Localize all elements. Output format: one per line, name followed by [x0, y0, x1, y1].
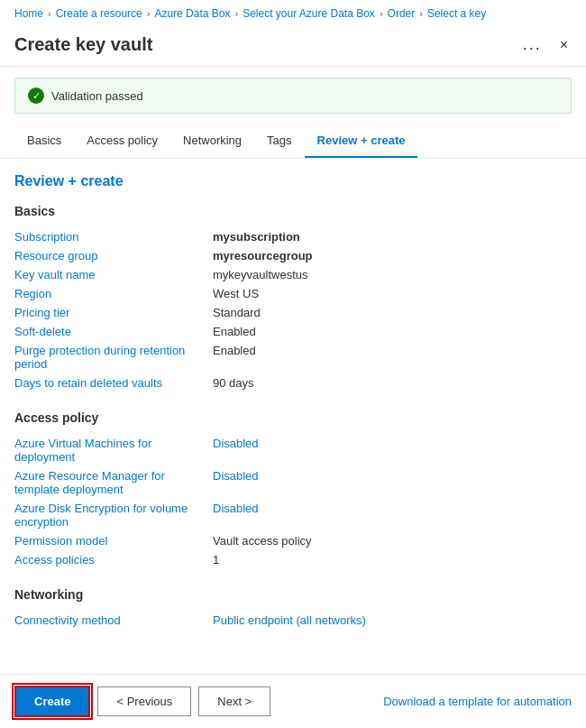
next-button[interactable]: Next >	[198, 687, 270, 716]
create-button[interactable]: Create	[14, 686, 90, 717]
download-template-button[interactable]: Download a template for automation	[383, 695, 572, 708]
value-purge-protection: Enabled	[213, 344, 256, 357]
breadcrumb-order[interactable]: Order	[388, 7, 416, 20]
table-row: Resource group myresourcegroup	[14, 246, 572, 265]
value-days-retain: 90 days	[213, 376, 254, 390]
validation-icon: ✓	[28, 88, 44, 104]
label-subscription: Subscription	[14, 230, 213, 244]
label-days-retain: Days to retain deleted vaults	[14, 376, 213, 390]
basics-section: Basics Subscription mysubscription Resou…	[14, 204, 572, 392]
breadcrumb-sep-0: ›	[48, 8, 51, 19]
value-disk-encryption: Disabled	[213, 502, 259, 515]
breadcrumb: Home › Create a resource › Azure Data Bo…	[0, 0, 586, 27]
label-soft-delete: Soft-delete	[14, 325, 213, 338]
ellipsis-button[interactable]: ...	[516, 35, 549, 54]
table-row: Connectivity method Public endpoint (all…	[14, 611, 572, 630]
label-pricing-tier: Pricing tier	[14, 306, 213, 319]
table-row: Purge protection during retention period…	[14, 341, 572, 373]
table-row: Azure Virtual Machines for deployment Di…	[14, 434, 572, 466]
footer: Create < Previous Next > Download a temp…	[0, 674, 586, 728]
label-access-policies: Access policies	[14, 553, 213, 567]
value-arm-deployment: Disabled	[213, 469, 259, 483]
networking-section-title: Networking	[14, 587, 572, 602]
previous-button[interactable]: < Previous	[97, 687, 191, 716]
label-key-vault-name: Key vault name	[14, 268, 213, 281]
table-row: Azure Disk Encryption for volume encrypt…	[14, 499, 572, 531]
table-row: Key vault name mykeyvaultwestus	[14, 265, 572, 284]
tab-review-create[interactable]: Review + create	[305, 124, 418, 158]
breadcrumb-sep-4: ›	[419, 8, 423, 19]
tab-basics[interactable]: Basics	[14, 124, 74, 158]
label-permission-model: Permission model	[14, 534, 213, 548]
table-row: Region West US	[14, 284, 572, 303]
breadcrumb-azure-data-box[interactable]: Azure Data Box	[154, 7, 230, 20]
label-region: Region	[14, 287, 213, 300]
value-subscription: mysubscription	[213, 230, 300, 244]
value-region: West US	[213, 287, 259, 300]
label-vm-deployment: Azure Virtual Machines for deployment	[14, 437, 213, 464]
label-purge-protection: Purge protection during retention period	[14, 344, 213, 371]
label-disk-encryption: Azure Disk Encryption for volume encrypt…	[14, 502, 213, 529]
access-policy-section-title: Access policy	[14, 410, 572, 425]
close-button[interactable]: ×	[556, 37, 572, 53]
breadcrumb-home[interactable]: Home	[14, 7, 43, 20]
value-permission-model: Vault access policy	[213, 534, 312, 548]
value-pricing-tier: Standard	[213, 306, 261, 319]
table-row: Azure Resource Manager for template depl…	[14, 466, 572, 499]
label-resource-group: Resource group	[14, 249, 213, 263]
tabs-container: Basics Access policy Networking Tags Rev…	[0, 124, 586, 159]
tab-networking[interactable]: Networking	[170, 124, 254, 158]
review-heading: Review + create	[14, 173, 572, 189]
table-row: Soft-delete Enabled	[14, 322, 572, 341]
table-row: Pricing tier Standard	[14, 303, 572, 322]
breadcrumb-create-resource[interactable]: Create a resource	[56, 7, 142, 20]
breadcrumb-sep-2: ›	[234, 8, 238, 19]
table-row: Subscription mysubscription	[14, 227, 572, 246]
content-area: Review + create Basics Subscription mysu…	[0, 159, 586, 718]
table-row: Permission model Vault access policy	[14, 531, 572, 550]
breadcrumb-select-azure-data-box[interactable]: Select your Azure Data Box	[243, 7, 375, 20]
value-access-policies: 1	[213, 553, 219, 567]
value-key-vault-name: mykeyvaultwestus	[213, 268, 307, 281]
basics-section-title: Basics	[14, 204, 572, 218]
access-policy-section: Access policy Azure Virtual Machines for…	[14, 410, 572, 569]
breadcrumb-sep-3: ›	[380, 8, 383, 19]
value-resource-group: myresourcegroup	[213, 249, 313, 263]
value-vm-deployment: Disabled	[213, 437, 259, 450]
validation-text: Validation passed	[51, 89, 143, 103]
validation-bar: ✓ Validation passed	[14, 78, 572, 114]
table-row: Days to retain deleted vaults 90 days	[14, 373, 572, 392]
label-arm-deployment: Azure Resource Manager for template depl…	[14, 469, 213, 496]
label-connectivity-method: Connectivity method	[14, 613, 213, 627]
value-soft-delete: Enabled	[213, 325, 256, 338]
tab-access-policy[interactable]: Access policy	[74, 124, 170, 158]
table-row: Access policies 1	[14, 550, 572, 569]
tab-tags[interactable]: Tags	[254, 124, 304, 158]
networking-section: Networking Connectivity method Public en…	[14, 587, 572, 630]
panel-header: Create key vault ... ×	[0, 27, 586, 67]
panel-title: Create key vault	[14, 34, 516, 55]
breadcrumb-select-key[interactable]: Select a key	[427, 7, 486, 20]
value-connectivity-method: Public endpoint (all networks)	[213, 613, 366, 627]
breadcrumb-sep-1: ›	[147, 8, 151, 19]
